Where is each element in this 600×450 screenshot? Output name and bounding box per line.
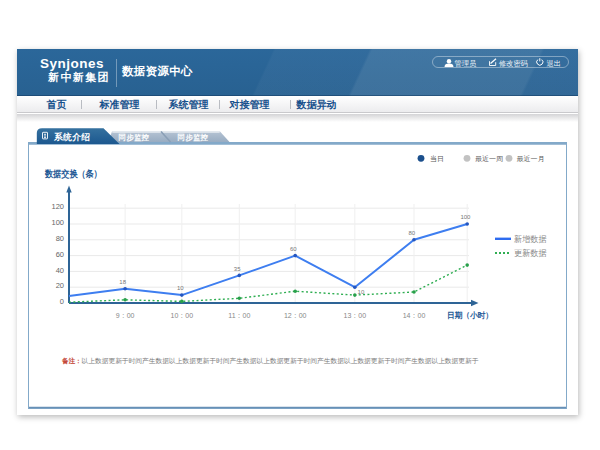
svg-text:10: 10 — [177, 285, 184, 291]
svg-text:最近一月: 最近一月 — [517, 155, 545, 163]
svg-text:14：00: 14：00 — [403, 312, 426, 319]
svg-text:新增数据: 新增数据 — [514, 234, 547, 244]
svg-text:60: 60 — [290, 246, 297, 252]
svg-text:100: 100 — [51, 218, 64, 227]
svg-text:20: 20 — [56, 281, 64, 290]
svg-text:管理员: 管理员 — [455, 59, 477, 68]
svg-text:最近一周: 最近一周 — [475, 155, 503, 162]
svg-text:80: 80 — [56, 234, 64, 243]
svg-text:18: 18 — [119, 279, 126, 285]
svg-text:12：00: 12：00 — [284, 312, 307, 319]
svg-text:同步监控: 同步监控 — [178, 133, 209, 142]
svg-text:备注：以上数据更新于时间产生数据以上数据更新于时间产生数据以: 备注：以上数据更新于时间产生数据以上数据更新于时间产生数据以上数据更新于时间产生… — [61, 357, 479, 365]
svg-text:0: 0 — [60, 297, 64, 306]
svg-text:100: 100 — [460, 214, 471, 220]
svg-text:当日: 当日 — [430, 155, 444, 163]
svg-text:同步监控: 同步监控 — [119, 133, 150, 142]
svg-text:11：00: 11：00 — [228, 312, 250, 319]
svg-text:120: 120 — [51, 202, 64, 211]
svg-text:60: 60 — [56, 250, 64, 259]
svg-text:日期（小时）: 日期（小时） — [447, 311, 493, 320]
svg-text:修改密码: 修改密码 — [499, 59, 528, 68]
svg-text:10: 10 — [358, 289, 365, 295]
svg-text:更新数据: 更新数据 — [514, 248, 547, 258]
svg-text:9：00: 9：00 — [116, 312, 135, 319]
svg-text:10：00: 10：00 — [171, 312, 194, 319]
svg-text:80: 80 — [409, 230, 416, 236]
svg-text:13：00: 13：00 — [344, 312, 367, 319]
svg-text:系统介绍: 系统介绍 — [53, 132, 90, 142]
svg-text:退出: 退出 — [547, 59, 561, 68]
svg-text:35: 35 — [234, 266, 241, 272]
svg-text:数据交换（条）: 数据交换（条） — [44, 168, 102, 180]
svg-text:40: 40 — [56, 266, 64, 275]
